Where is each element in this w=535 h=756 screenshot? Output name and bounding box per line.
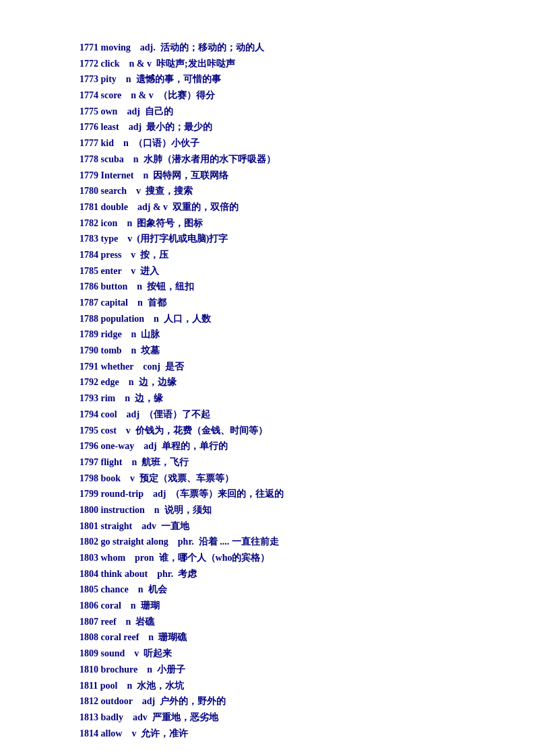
list-item: 1772 click n & v 咔哒声;发出咔哒声 — [80, 57, 508, 71]
list-item: 1788 population n 人口，人数 — [80, 312, 508, 327]
list-item: 1795 cost v 价钱为，花费（金钱、时间等） — [80, 423, 508, 438]
list-item: 1779 Internet n 因特网，互联网络 — [80, 168, 508, 183]
list-item: 1802 go straight along phr. 沿着 .... 一直往前… — [80, 535, 508, 549]
list-item: 1801 straight adv 一直地 — [80, 519, 508, 534]
list-item: 1810 brochure n 小册子 — [80, 662, 508, 677]
list-item: 1811 pool n 水池，水坑 — [80, 679, 508, 693]
list-item: 1781 double adj & v 双重的，双倍的 — [80, 200, 508, 215]
list-item: 1777 kid n （口语）小伙子 — [80, 136, 508, 151]
list-item: 1800 instruction n 说明，须知 — [80, 503, 508, 518]
list-item: 1791 whether conj 是否 — [80, 359, 508, 374]
list-item: 1804 think about phr. 考虑 — [80, 567, 508, 582]
list-item: 1796 one-way adj 单程的，单行的 — [80, 439, 508, 454]
list-item: 1798 book v 预定（戏票、车票等） — [80, 471, 508, 486]
list-item: 1774 score n & v （比赛）得分 — [80, 88, 508, 103]
word-list: 1771 moving adj. 活动的；移动的；动的人1772 click n… — [80, 40, 508, 741]
list-item: 1793 rim n 边，缘 — [80, 391, 508, 406]
list-item: 1786 button n 按钮，纽扣 — [80, 279, 508, 294]
list-item: 1809 sound v 听起来 — [80, 646, 508, 661]
list-item: 1782 icon n 图象符号，图标 — [80, 216, 508, 231]
list-item: 1785 enter v 进入 — [80, 264, 508, 279]
list-item: 1787 capital n 首都 — [80, 296, 508, 310]
list-item: 1789 ridge n 山脉 — [80, 327, 508, 342]
list-item: 1771 moving adj. 活动的；移动的；动的人 — [80, 40, 508, 55]
list-item: 1780 search v 搜查，搜索 — [80, 184, 508, 199]
list-item: 1775 own adj 自己的 — [80, 104, 508, 119]
list-item: 1814 allow v 允许，准许 — [80, 726, 508, 741]
list-item: 1806 coral n 珊瑚 — [80, 598, 508, 613]
list-item: 1805 chance n 机会 — [80, 582, 508, 597]
list-item: 1812 outdoor adj 户外的，野外的 — [80, 694, 508, 709]
list-item: 1784 press v 按，压 — [80, 248, 508, 263]
list-item: 1773 pity n 遗憾的事，可惜的事 — [80, 72, 508, 87]
list-item: 1807 reef n 岩礁 — [80, 615, 508, 629]
list-item: 1813 badly adv 严重地，恶劣地 — [80, 710, 508, 725]
list-item: 1799 round-trip adj （车票等）来回的，往返的 — [80, 487, 508, 502]
list-item: 1776 least adj 最小的；最少的 — [80, 120, 508, 135]
list-item: 1797 flight n 航班，飞行 — [80, 455, 508, 470]
list-item: 1778 scuba n 水肺（潜水者用的水下呼吸器） — [80, 152, 508, 167]
list-item: 1803 whom pron 谁，哪个人（who的宾格） — [80, 551, 508, 565]
list-item: 1794 cool adj （俚语）了不起 — [80, 407, 508, 422]
list-item: 1783 type v (用打字机或电脑)打字 — [80, 232, 508, 246]
list-item: 1792 edge n 边，边缘 — [80, 375, 508, 390]
list-item: 1808 coral reef n 珊瑚礁 — [80, 630, 508, 645]
list-item: 1790 tomb n 坟墓 — [80, 343, 508, 358]
